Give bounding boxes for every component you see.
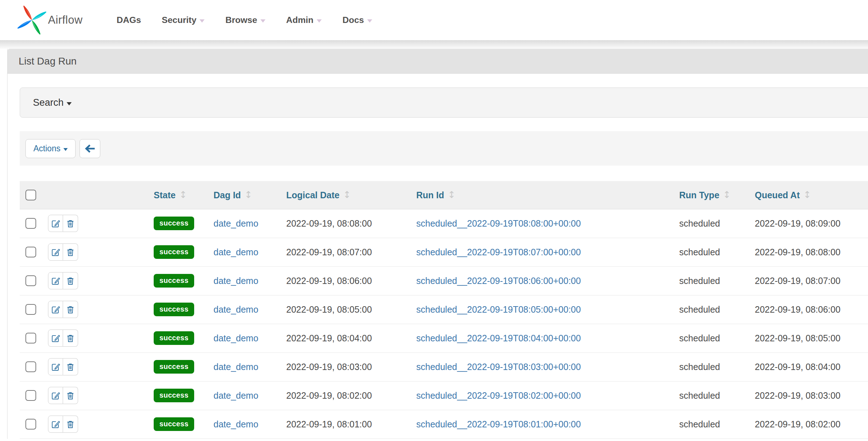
nav-item-dags[interactable]: DAGs — [117, 15, 141, 25]
dag-id-link[interactable]: date_demo — [214, 218, 258, 228]
dag-id-link[interactable]: date_demo — [214, 419, 258, 429]
nav-item-admin[interactable]: Admin — [286, 15, 322, 25]
nav-item-label: Docs — [342, 15, 364, 25]
panel-body: Search Actions St — [8, 74, 868, 439]
dag-id-link[interactable]: date_demo — [214, 247, 258, 257]
delete-button[interactable] — [63, 272, 78, 289]
status-badge: success — [154, 303, 194, 316]
row-checkbox[interactable] — [25, 275, 36, 286]
actions-column-header — [47, 181, 151, 209]
column-header-state[interactable]: State↕ — [151, 181, 211, 209]
chevron-down-icon — [317, 19, 322, 23]
run-id-link[interactable]: scheduled__2022-09-19T08:01:00+00:00 — [416, 419, 581, 429]
navbar-shadow — [0, 40, 868, 49]
delete-button[interactable] — [63, 416, 78, 433]
nav-item-browse[interactable]: Browse — [225, 15, 265, 25]
delete-button[interactable] — [63, 243, 78, 261]
nav-item-label: Security — [162, 15, 197, 25]
dag-id-link[interactable]: date_demo — [214, 304, 258, 314]
nav-item-label: Browse — [225, 15, 257, 25]
row-checkbox[interactable] — [25, 304, 36, 315]
edit-button[interactable] — [48, 416, 63, 433]
delete-button[interactable] — [63, 358, 78, 375]
edit-button[interactable] — [48, 358, 63, 375]
brand-label: Airflow — [48, 14, 83, 27]
status-badge: success — [154, 274, 194, 288]
select-all-checkbox[interactable] — [25, 190, 36, 200]
row-checkbox[interactable] — [25, 419, 36, 430]
edit-button[interactable] — [48, 272, 63, 289]
delete-button[interactable] — [63, 387, 78, 404]
arrow-left-icon — [85, 143, 96, 154]
airflow-brand[interactable]: Airflow — [19, 7, 83, 33]
table-row: success date_demo 2022-09-19, 08:01:00 s… — [20, 410, 868, 438]
status-badge: success — [154, 245, 194, 259]
dag-id-link[interactable]: date_demo — [214, 276, 258, 286]
queued-at-cell: 2022-09-19, 08:03:00 — [752, 381, 868, 410]
row-action-buttons — [48, 301, 78, 318]
status-badge: success — [154, 331, 194, 345]
edit-button[interactable] — [48, 329, 63, 347]
edit-button[interactable] — [48, 243, 63, 261]
row-action-buttons — [48, 387, 78, 404]
row-checkbox[interactable] — [25, 247, 36, 257]
edit-icon — [51, 362, 61, 372]
run-id-link[interactable]: scheduled__2022-09-19T08:04:00+00:00 — [416, 333, 581, 343]
sort-icon: ↕ — [244, 189, 252, 200]
row-action-buttons — [48, 215, 78, 232]
run-id-link[interactable]: scheduled__2022-09-19T08:03:00+00:00 — [416, 362, 581, 372]
row-action-buttons — [48, 272, 78, 289]
status-badge: success — [154, 417, 194, 431]
edit-icon — [51, 419, 61, 429]
edit-icon — [51, 305, 61, 314]
run-id-link[interactable]: scheduled__2022-09-19T08:05:00+00:00 — [416, 304, 581, 314]
row-checkbox[interactable] — [25, 390, 36, 401]
run-type-cell: scheduled — [676, 352, 752, 381]
run-id-link[interactable]: scheduled__2022-09-19T08:08:00+00:00 — [416, 218, 581, 228]
run-id-link[interactable]: scheduled__2022-09-19T08:06:00+00:00 — [416, 276, 581, 286]
edit-button[interactable] — [48, 215, 63, 232]
logical-date-cell: 2022-09-19, 08:03:00 — [283, 352, 413, 381]
logical-date-cell: 2022-09-19, 08:01:00 — [283, 410, 413, 438]
column-label: Logical Date — [286, 190, 340, 200]
row-checkbox[interactable] — [25, 218, 36, 229]
run-id-link[interactable]: scheduled__2022-09-19T08:02:00+00:00 — [416, 390, 581, 400]
airflow-logo-icon — [16, 4, 48, 37]
column-label: Run Type — [679, 190, 719, 200]
dag-id-link[interactable]: date_demo — [214, 362, 258, 372]
back-button[interactable] — [80, 139, 100, 158]
chevron-down-icon — [200, 19, 205, 23]
table-row: success date_demo 2022-09-19, 08:08:00 s… — [20, 209, 868, 238]
run-id-link[interactable]: scheduled__2022-09-19T08:07:00+00:00 — [416, 247, 581, 257]
logical-date-cell: 2022-09-19, 08:02:00 — [283, 381, 413, 410]
delete-button[interactable] — [63, 215, 78, 232]
queued-at-cell: 2022-09-19, 08:05:00 — [752, 324, 868, 352]
column-header-run-type[interactable]: Run Type↕ — [676, 181, 752, 209]
trash-icon — [66, 362, 75, 372]
delete-button[interactable] — [63, 329, 78, 347]
sort-icon: ↕ — [803, 189, 811, 200]
table-header-row: State↕ Dag Id↕ Logical Date↕ Run Id↕ Run… — [20, 181, 868, 209]
dag-id-link[interactable]: date_demo — [214, 390, 258, 400]
column-header-queued-at[interactable]: Queued At↕ — [752, 181, 868, 209]
delete-button[interactable] — [63, 301, 78, 318]
row-checkbox[interactable] — [25, 333, 36, 343]
column-header-logical-date[interactable]: Logical Date↕ — [283, 181, 413, 209]
column-header-dag-id[interactable]: Dag Id↕ — [211, 181, 283, 209]
nav-item-security[interactable]: Security — [162, 15, 205, 25]
navbar: Airflow DAGs Security Browse Admin Docs — [0, 0, 868, 40]
edit-button[interactable] — [48, 387, 63, 404]
column-header-run-id[interactable]: Run Id↕ — [413, 181, 676, 209]
actions-dropdown-button[interactable]: Actions — [25, 139, 76, 158]
nav-item-docs[interactable]: Docs — [342, 15, 372, 25]
chevron-down-icon — [67, 102, 72, 105]
status-badge: success — [154, 360, 194, 374]
run-type-cell: scheduled — [676, 324, 752, 352]
sort-icon: ↕ — [723, 189, 731, 200]
edit-button[interactable] — [48, 301, 63, 318]
row-action-buttons — [48, 416, 78, 433]
dag-id-link[interactable]: date_demo — [214, 333, 258, 343]
edit-icon — [51, 219, 61, 228]
row-checkbox[interactable] — [25, 361, 36, 372]
search-filter-toggle[interactable]: Search — [20, 87, 868, 118]
